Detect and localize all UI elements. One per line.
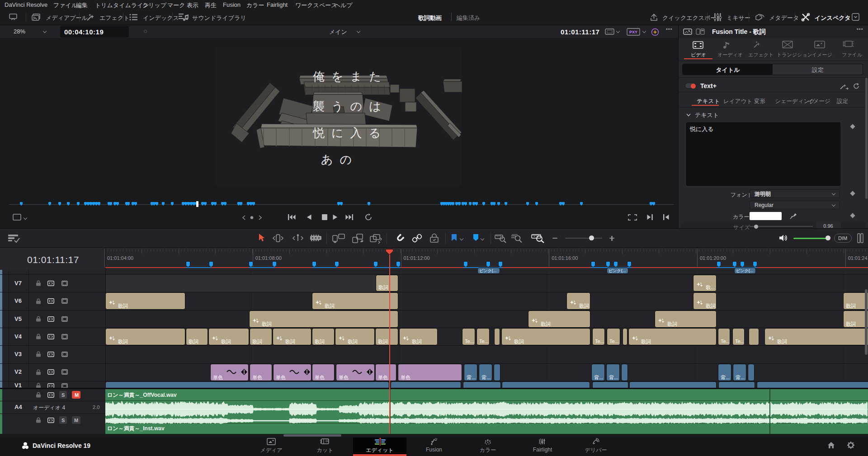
svg-text:PXY: PXY	[629, 30, 637, 34]
